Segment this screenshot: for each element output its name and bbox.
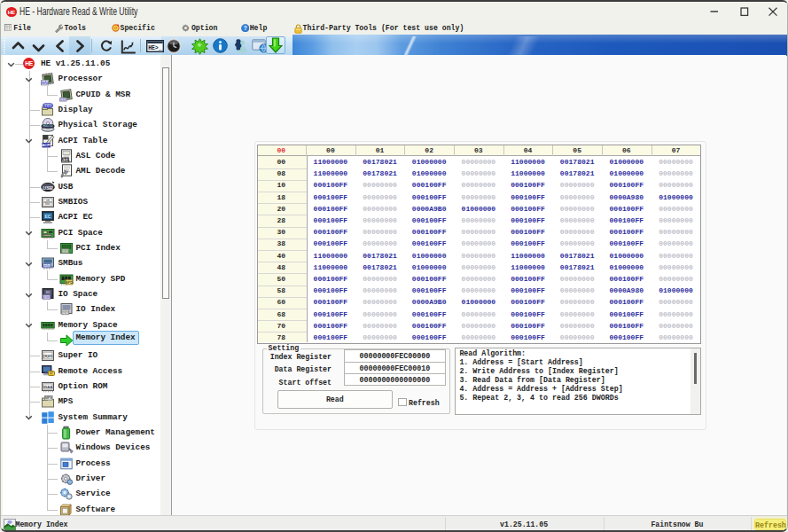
svg-text:55AA: 55AA	[43, 385, 53, 389]
svg-text:USB: USB	[43, 184, 53, 190]
svg-text:EC: EC	[45, 214, 51, 219]
svg-text:?: ?	[243, 25, 246, 31]
svg-text:index: index	[62, 311, 69, 315]
svg-text:space: space	[43, 295, 51, 299]
svg-text:sm: sm	[46, 199, 51, 202]
svg-text:MSR: MSR	[59, 98, 66, 101]
svg-text:EDID: EDID	[43, 104, 52, 108]
svg-text:bios: bios	[45, 202, 51, 206]
svg-text:IO: IO	[46, 290, 50, 294]
svg-text:index: index	[61, 249, 69, 253]
svg-text:MPS: MPS	[45, 397, 53, 401]
svg-text:smbus: smbus	[43, 264, 51, 268]
svg-text:ASL: ASL	[61, 157, 70, 162]
svg-text:HDD-CD: HDD-CD	[43, 125, 52, 129]
svg-text:SPD: SPD	[66, 280, 73, 285]
svg-text:info: info	[41, 81, 49, 85]
svg-text:(S)IO: (S)IO	[43, 354, 53, 358]
svg-text:ACPI: ACPI	[43, 143, 51, 147]
svg-text:HE>_: HE>_	[148, 45, 162, 51]
